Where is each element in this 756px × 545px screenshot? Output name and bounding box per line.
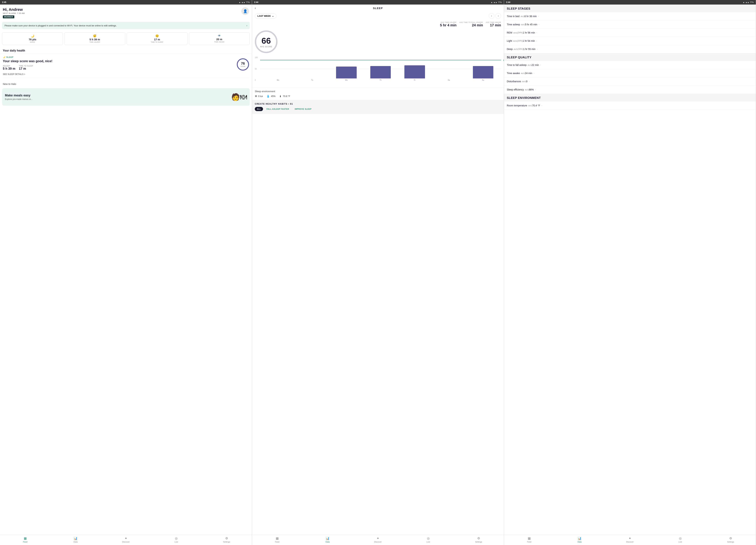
table-row[interactable]: DisturbancesAVG0› [504, 77, 756, 86]
signal-icon: ▲▲ [241, 1, 245, 3]
chevron-right-icon: › [537, 31, 537, 34]
stat-box-asleep[interactable]: 😴 5 h 39 m TIME ASLEEP [64, 32, 125, 45]
table-row[interactable]: LightAVG(33%)1 hr 54 min› [504, 37, 756, 45]
s1-sleep-section: 🌙 SLEEP Your sleep score was good, nice!… [0, 54, 252, 80]
bar-fr[interactable]: Fr [398, 65, 432, 81]
s1-stats-row: 🌙 76 pts GOOD 😴 5 h 39 m TIME ASLEEP 😌 1… [0, 31, 252, 47]
row-sub-text: AVG [521, 24, 525, 26]
avg-time-awake-label: AVG TIME AWAKE [486, 21, 501, 23]
row-label-0-3: LightAVG [507, 39, 517, 42]
s2-score-section: 66 AVG SCORE [252, 29, 504, 55]
bar-tu[interactable]: Tu [295, 79, 329, 81]
stat-box-awake[interactable]: 👁 20 m TIME AWAKE [189, 32, 250, 45]
circle-sub: GOOD [240, 66, 245, 67]
row-pct: (33%) [517, 40, 523, 42]
screen-3: 2:44 ▲ ▲▲ 77% SLEEP STAGESTime in bedAVG… [504, 0, 756, 545]
chevron-right-icon: › [540, 64, 541, 66]
status-bar-1: 2:45 ▲ ▲▲ 77% [0, 0, 252, 5]
bar-th[interactable]: Th [363, 66, 398, 81]
week-selector-button[interactable]: LAST WEEK ⌄ [255, 13, 276, 19]
discover-icon-3: ✦ [629, 536, 631, 540]
stat-box-sleep[interactable]: 😌 17 m TIME TO SLEEP [127, 32, 188, 45]
bar-mo[interactable]: Mo [261, 79, 295, 81]
stat-asleep-label: TIME ASLEEP [89, 41, 100, 43]
nav-feed-label-3: Feed [527, 541, 531, 543]
nav-data-3[interactable]: 📊 Data [554, 536, 605, 543]
promo-image: 🧑🍽 [231, 93, 247, 101]
row-label-text: Sleep efficiency [507, 88, 524, 91]
settings-icon-2: ⚙ [477, 536, 480, 540]
see-details-link[interactable]: SEE SLEEP DETAILS > [3, 73, 249, 78]
nav-data-1[interactable]: 📊 Data [50, 536, 101, 543]
nav-feed-1[interactable]: ▦ Feed [0, 536, 50, 543]
prev-week-button[interactable]: ‹ [489, 13, 494, 19]
bar-su[interactable]: Su [466, 66, 500, 81]
nav-discover-2[interactable]: ✦ Discover [353, 536, 403, 543]
env-items: ❄ 0 lux 💧 45% 🌡 70.8 °F [255, 95, 501, 98]
daily-health-title: Your daily health [0, 47, 252, 54]
status-icons-1: ▲ ▲▲ 77% [239, 1, 250, 3]
table-row[interactable]: Sleep efficiencyAVG86%› [504, 86, 756, 94]
table-row[interactable]: Room temperatureAVG70.4 °F› [504, 102, 756, 110]
env-humidity: 💧 45% [266, 95, 275, 98]
row-value: 22 min [532, 64, 539, 66]
s2-env-section: Sleep environment ❄ 0 lux 💧 45% 🌡 70.8 °… [252, 88, 504, 100]
chevron-right-icon: › [529, 80, 530, 83]
table-row[interactable]: Time in bedAVG6 hr 38 min› [504, 12, 756, 20]
nav-settings-2[interactable]: ⚙ Settings [453, 536, 504, 543]
y-label-50: 50 [255, 68, 258, 70]
bar-rect-th [370, 66, 391, 79]
week-label: LAST WEEK [257, 15, 271, 17]
status-bar-2: 2:44 ▲ ▲▲ 77% [252, 0, 504, 5]
lux-icon: ❄ [255, 95, 257, 98]
table-row[interactable]: Time awakeAVG24 min› [504, 69, 756, 77]
env-lux-value: 0 lux [258, 95, 263, 98]
nav-feed-2[interactable]: ▦ Feed [252, 536, 302, 543]
new-to-halo: New to Halo [0, 80, 252, 87]
nav-settings-1[interactable]: ⚙ Settings [201, 536, 252, 543]
promo-card[interactable]: Make meals easy Explore pre-made menus o… [2, 88, 250, 106]
next-week-button[interactable]: › [495, 13, 501, 19]
row-label-0-0: Time in bedAVG [507, 15, 524, 18]
row-pct: (34%) [517, 31, 523, 34]
nav-discover-3[interactable]: ✦ Discover [605, 536, 655, 543]
habits-tab-improve[interactable]: IMPROVE SLEEP [293, 107, 314, 111]
nav-data-2[interactable]: 📊 Data [302, 536, 353, 543]
nav-settings-3[interactable]: ⚙ Settings [705, 536, 756, 543]
s2-habits-section: CREATE HEALTHY HABITS • 81 ALL FALL ASLE… [252, 100, 504, 114]
bar-we[interactable]: We [329, 67, 363, 81]
screen-1: 2:45 ▲ ▲▲ 77% Hi, Andrew NEXT ALARM: 7:3… [0, 0, 252, 545]
table-row[interactable]: REMAVG(34%)1 hr 56 min› [504, 29, 756, 37]
nav-feed-3[interactable]: ▦ Feed [504, 536, 554, 543]
y-label-100: 100 [255, 57, 258, 59]
s1-alert-arrow: › [246, 24, 247, 27]
nav-live-2[interactable]: ◎ Live [403, 536, 453, 543]
humidity-icon: 💧 [266, 95, 270, 98]
row-value: 0 [526, 80, 527, 83]
nav-live-1[interactable]: ◎ Live [151, 536, 201, 543]
habits-tabs: ALL FALL ASLEEP FASTER IMPROVE SLEEP [255, 107, 501, 111]
nav-discover-label: Discover [122, 541, 130, 543]
env-humidity-value: 45% [271, 95, 275, 98]
back-button[interactable]: ‹ [255, 6, 256, 10]
nav-live-3[interactable]: ◎ Live [655, 536, 705, 543]
bar-label-mo: Mo [277, 79, 279, 81]
habits-tab-fall-asleep[interactable]: FALL ASLEEP FASTER [264, 107, 291, 111]
nav-feed-label: Feed [23, 541, 27, 543]
y-axis: 100 50 0 [255, 57, 258, 81]
s1-alert[interactable]: Please make sure your device is plugged … [2, 22, 250, 29]
row-value: 5 hr 45 min [525, 23, 537, 26]
nav-settings-label-3: Settings [727, 541, 734, 543]
chevron-right-icon: › [539, 23, 539, 26]
nav-discover-1[interactable]: ✦ Discover [101, 536, 151, 543]
table-row[interactable]: DeepAVG(33%)1 hr 55 min› [504, 45, 756, 53]
habits-tab-all[interactable]: ALL [255, 107, 263, 111]
table-row[interactable]: Time to fall asleepAVG22 min› [504, 61, 756, 69]
nav-data-label-2: Data [326, 541, 330, 543]
nav-live-label: Live [175, 541, 178, 543]
bar-sa[interactable]: Sa [432, 79, 466, 81]
nav-live-label-2: Live [427, 541, 430, 543]
table-row[interactable]: Time asleepAVG5 hr 45 min› [504, 20, 756, 29]
stat-box-score[interactable]: 🌙 76 pts GOOD [2, 32, 63, 45]
data-icon-2: 📊 [326, 536, 329, 540]
